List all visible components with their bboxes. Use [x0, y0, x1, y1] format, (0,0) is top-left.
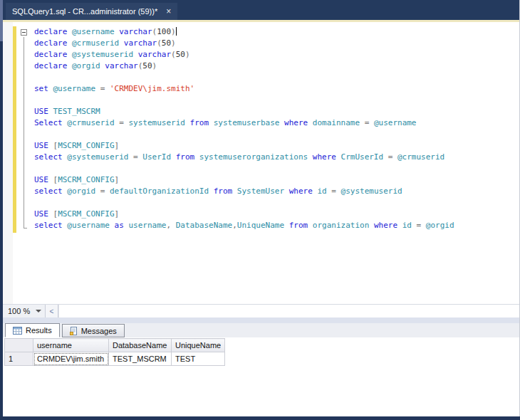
sql-code-editor[interactable]: declare @username varchar(100)declare @c… [3, 22, 519, 304]
code-line: declare @username varchar(100) [34, 26, 454, 38]
outline-guide-end [24, 228, 27, 229]
results-grid: usernameDatabaseNameUniqueName1CRMDEV\ji… [4, 338, 225, 366]
grid-row-number[interactable]: 1 [5, 352, 33, 366]
scroll-left-button[interactable]: < [46, 305, 58, 317]
code-line: select @systemuserid = UserId from syste… [34, 152, 454, 163]
code-line: USE TEST_MSCRM [34, 106, 454, 117]
grid-column-header[interactable]: UniqueName [172, 339, 225, 352]
results-tab-strip: Results Messages [3, 323, 519, 337]
close-tab-icon[interactable]: × [166, 7, 171, 16]
code-line [34, 72, 454, 83]
zoom-level-dropdown[interactable]: 100 % [3, 305, 46, 317]
tab-messages-label: Messages [81, 327, 117, 335]
document-tab-title: SQLQuery1.sql - CR...administrator (59))… [12, 7, 157, 16]
collapse-region-icon[interactable] [21, 29, 27, 36]
grid-cell[interactable]: TEST [172, 352, 225, 366]
zoom-level-value: 100 % [8, 307, 30, 315]
code-line: USE [MSCRM_CONFIG] [34, 209, 454, 220]
editor-statusbar: 100 % < [3, 304, 519, 317]
code-line: select @orgid = defaultOrganizationId fr… [34, 186, 454, 197]
grid-cell[interactable]: CRMDEV\jim.smith [33, 352, 109, 366]
window-bottom-border [0, 416, 520, 420]
code-line: Select @crmuserid = systemuserid from sy… [34, 117, 454, 129]
code-line: select @username as username, DatabaseNa… [34, 220, 454, 231]
messages-page-icon [70, 327, 78, 335]
grid-row: 1CRMDEV\jim.smithTEST_MSCRMTEST [5, 352, 225, 366]
results-splitter[interactable] [3, 317, 519, 323]
code-line: declare @systemuserid varchar(50) [34, 49, 454, 61]
code-line: set @username = 'CRMDEV\jim.smith' [34, 83, 454, 95]
text-cursor [176, 27, 177, 36]
tab-messages[interactable]: Messages [62, 324, 125, 337]
grid-corner-cell[interactable] [5, 339, 33, 352]
code-line [34, 129, 454, 140]
code-line: USE [MSCRM_CONFIG] [34, 174, 454, 186]
document-tab-bar: SQLQuery1.sql - CR...administrator (59))… [0, 0, 520, 20]
code-line: declare @orgid varchar(50) [34, 61, 454, 72]
grid-column-header[interactable]: DatabaseName [109, 339, 172, 352]
grid-column-header[interactable]: username [33, 339, 109, 352]
code-line: USE [MSCRM_CONFIG] [34, 140, 454, 152]
code-line [34, 163, 454, 174]
results-panel: Results Messages usernameDatabaseNameUni… [3, 323, 519, 416]
tab-results-label: Results [26, 326, 52, 335]
ssms-query-window: SQLQuery1.sql - CR...administrator (59))… [0, 0, 520, 420]
scroll-left-icon: < [50, 308, 54, 315]
window-left-border [0, 0, 3, 420]
code-text: declare @username varchar(100)declare @c… [34, 26, 454, 231]
results-grid-icon [13, 327, 22, 335]
horizontal-scrollbar[interactable] [58, 305, 519, 317]
editor-gutter [3, 22, 13, 304]
grid-cell[interactable]: TEST_MSCRM [109, 352, 172, 366]
window-left-border-top [0, 0, 3, 41]
chevron-down-icon [36, 310, 41, 313]
tab-results[interactable]: Results [5, 323, 60, 337]
outline-guide-line [24, 37, 24, 229]
code-line [34, 95, 454, 106]
document-tab[interactable]: SQLQuery1.sql - CR...administrator (59))… [6, 3, 177, 20]
modified-lines-indicator [13, 26, 16, 233]
code-line [34, 197, 454, 209]
code-line: declare @crmuserid varchar(50) [34, 38, 454, 49]
